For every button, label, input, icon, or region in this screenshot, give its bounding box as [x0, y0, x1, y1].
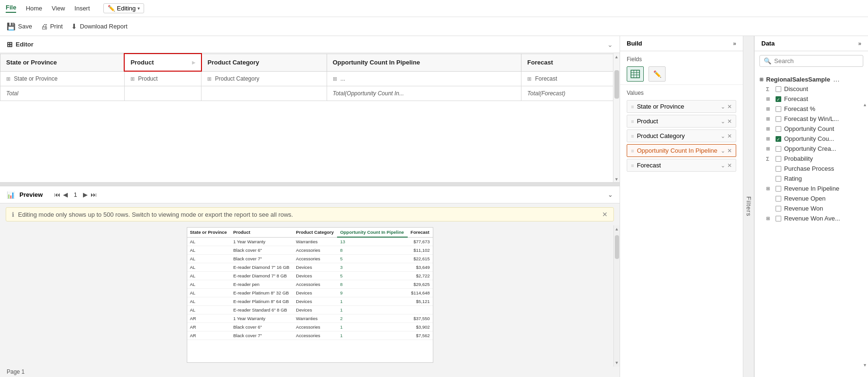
value-chevron-button[interactable]: ⌄: [721, 118, 725, 125]
edit-icon-button[interactable]: ✏️: [649, 66, 666, 82]
value-remove-button[interactable]: ✕: [727, 118, 732, 125]
field-checkbox[interactable]: [776, 166, 781, 172]
table-cell: Warranties: [293, 314, 337, 323]
save-button[interactable]: 💾 Save: [7, 22, 32, 31]
field-checkbox[interactable]: [776, 126, 781, 132]
menu-home[interactable]: Home: [26, 5, 42, 12]
data-tree-item[interactable]: ⊞ Opportunity Count: [759, 124, 863, 134]
table-cell: $29,625: [408, 280, 432, 289]
table-cell: Accessories: [293, 323, 337, 331]
build-panel: Build » Fields ✏️: [620, 36, 743, 377]
table-icon-button[interactable]: [627, 66, 644, 82]
data-tree-item[interactable]: ⊞ Opportunity Crea...: [759, 144, 863, 154]
nav-last-button[interactable]: ⏭: [91, 191, 97, 198]
field-checkbox[interactable]: [776, 186, 781, 192]
data-tree-item[interactable]: ⊞ Forecast by Win/L...: [759, 114, 863, 124]
fields-icons: ✏️: [627, 66, 736, 82]
preview-scroll-up[interactable]: ▲: [615, 227, 619, 231]
table-field-icon: ⊞: [766, 116, 773, 121]
data-tree-item[interactable]: Σ Discount: [759, 84, 863, 94]
value-drag-icon: ≡: [631, 148, 634, 154]
table-field-icon: ⊞: [766, 146, 773, 151]
build-value-row[interactable]: ≡ State or Province ⌄ ✕: [627, 100, 736, 113]
build-value-row[interactable]: ≡ Opportunity Count In Pipeline ⌄ ✕: [627, 144, 736, 157]
data-group-header[interactable]: ⊞ RegionalSalesSample …: [759, 74, 863, 84]
field-checkbox[interactable]: [776, 116, 781, 122]
value-label: Product Category: [637, 132, 718, 139]
value-remove-button[interactable]: ✕: [727, 162, 732, 169]
col-header-forecast: Forecast: [521, 54, 620, 71]
nav-first-button[interactable]: ⏮: [54, 191, 60, 198]
data-tree-item[interactable]: ⊞ Opportunity Cou...: [759, 134, 863, 144]
search-box[interactable]: 🔍: [759, 55, 863, 67]
data-expand-icon[interactable]: »: [858, 40, 861, 47]
table-cell: Accessories: [293, 246, 337, 255]
search-input[interactable]: [774, 57, 859, 64]
value-chevron-button[interactable]: ⌄: [721, 103, 725, 110]
editor-scrollbar[interactable]: ▲ ▼: [613, 53, 620, 183]
value-chevron-button[interactable]: ⌄: [721, 133, 725, 139]
table-cell: Devices: [293, 289, 337, 297]
table-cell: Black cover 6": [230, 323, 293, 331]
data-tree-item[interactable]: Revenue Won: [759, 203, 863, 213]
field-checkbox[interactable]: [776, 216, 781, 221]
value-chevron-button[interactable]: ⌄: [721, 147, 725, 154]
table-cell: Accessories: [293, 331, 337, 340]
nav-prev-button[interactable]: ◀: [63, 191, 68, 198]
table-cell: $11,102: [408, 246, 432, 255]
field-checkbox[interactable]: [776, 86, 781, 92]
data-tree-item[interactable]: Revenue Open: [759, 193, 863, 203]
data-tree-item[interactable]: Purchase Process: [759, 164, 863, 174]
scroll-up-arrow[interactable]: ▲: [613, 53, 620, 61]
menu-insert[interactable]: Insert: [74, 5, 90, 12]
build-value-row[interactable]: ≡ Product ⌄ ✕: [627, 115, 736, 128]
page-label: Page 1: [0, 367, 620, 377]
pencil-icon: ✏️: [108, 5, 115, 12]
data-scroll-up[interactable]: ▲: [863, 102, 867, 107]
build-expand-icon[interactable]: »: [733, 40, 736, 47]
scroll-down-arrow[interactable]: ▼: [613, 175, 620, 183]
data-scroll-down[interactable]: ▼: [863, 363, 867, 368]
field-checkbox[interactable]: [776, 106, 781, 112]
download-button[interactable]: ⬇ Download Report: [71, 22, 127, 31]
build-value-row[interactable]: ≡ Product Category ⌄ ✕: [627, 129, 736, 142]
build-value-row[interactable]: ≡ Forecast ⌄ ✕: [627, 159, 736, 172]
editor-title-group: ⊞ Editor: [7, 40, 34, 49]
value-remove-button[interactable]: ✕: [727, 147, 732, 154]
menu-view[interactable]: View: [52, 5, 65, 12]
preview-scrollbar[interactable]: ▲ ▼: [613, 225, 620, 367]
data-tree-item[interactable]: ⊞ Revenue In Pipeline: [759, 184, 863, 193]
table-row: ALE-reader Diamond 7" 16 GBDevices3$3,64…: [187, 263, 433, 272]
group-menu-button[interactable]: …: [833, 75, 840, 83]
print-button[interactable]: 🖨 Print: [41, 22, 63, 30]
data-tree-item[interactable]: ⊞ Revenue Won Ave...: [759, 213, 863, 223]
value-remove-button[interactable]: ✕: [727, 133, 732, 139]
field-checkbox[interactable]: [776, 146, 781, 152]
field-checkbox[interactable]: [776, 206, 781, 211]
field-checkbox[interactable]: [776, 96, 781, 102]
menu-file[interactable]: File: [6, 4, 16, 13]
editing-button[interactable]: ✏️ Editing ▾: [103, 3, 145, 13]
table-row: ALE-reader Diamond 7" 8 GBDevices5$2,722: [187, 272, 433, 280]
preview-expand-icon[interactable]: ⌄: [608, 191, 613, 198]
table-cell: Warranties: [293, 237, 337, 246]
table-cell: AL: [187, 272, 230, 280]
data-tree-item[interactable]: ⊞ Forecast: [759, 94, 863, 104]
data-tree-item[interactable]: Rating: [759, 174, 863, 184]
field-checkbox[interactable]: [776, 176, 781, 182]
nav-next-button[interactable]: ▶: [83, 191, 88, 198]
info-bar: ℹ Editing mode only shows up to 500 rows…: [6, 207, 614, 221]
data-tree-item[interactable]: ⊞ Forecast %: [759, 104, 863, 114]
table-cell: Devices: [293, 297, 337, 306]
preview-scroll-down[interactable]: ▼: [615, 360, 619, 365]
editor-collapse-icon[interactable]: ⌄: [607, 41, 613, 48]
field-checkbox[interactable]: [776, 136, 781, 142]
filters-tab[interactable]: Filters: [743, 36, 754, 377]
field-checkbox[interactable]: [776, 156, 781, 162]
field-checkbox[interactable]: [776, 196, 781, 202]
table-expand-icon: ⊞: [759, 77, 763, 82]
value-remove-button[interactable]: ✕: [727, 103, 732, 110]
data-tree-item[interactable]: Σ Probability: [759, 154, 863, 164]
info-close-button[interactable]: ✕: [602, 211, 608, 218]
value-chevron-button[interactable]: ⌄: [721, 162, 725, 169]
